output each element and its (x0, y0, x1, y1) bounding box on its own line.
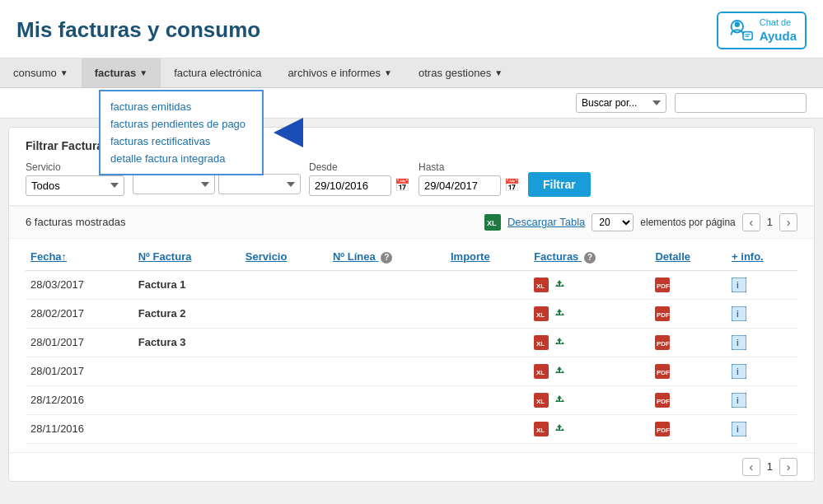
col-factura[interactable]: Nº Factura (133, 244, 241, 271)
cell-fecha: 28/01/2017 (26, 357, 133, 385)
nav-item-factura-electronica[interactable]: factura electrónica (161, 58, 274, 87)
cell-importe (446, 270, 529, 299)
chat-de: Chat de (760, 16, 797, 28)
col-fecha[interactable]: Fecha↑ (26, 244, 133, 271)
svg-text:i: i (736, 367, 739, 376)
cell-fecha: 28/11/2016 (26, 414, 133, 443)
icon-recycle[interactable] (552, 364, 567, 379)
buscar-select[interactable]: Buscar por... (576, 93, 666, 113)
facturas-action-icons: XL (534, 306, 645, 321)
cell-linea (328, 385, 446, 414)
icon-info[interactable]: i (732, 306, 746, 321)
filter-select-2[interactable] (133, 174, 215, 194)
pager-top: ‹ 1 › (742, 213, 797, 231)
servicio-select[interactable]: Todos (26, 175, 124, 196)
main-content: Filtrar Facturas: Servicio Todos Desde (8, 127, 815, 482)
filtrar-button[interactable]: Filtrar (528, 172, 591, 197)
linea-help-icon[interactable]: ? (381, 252, 392, 264)
table-row: 28/01/2017 XL PDF i (26, 357, 797, 385)
icon-excel-red[interactable]: XL (534, 306, 549, 321)
col-detalle[interactable]: Detalle (650, 244, 727, 271)
nav-item-consumo[interactable]: consumo ▼ (0, 58, 82, 87)
icon-recycle[interactable] (552, 422, 567, 436)
nav-bar: consumo ▼ facturas ▼ factura electrónica… (0, 58, 823, 88)
hasta-input-wrap: 29/04/2017 📅 (419, 175, 520, 196)
svg-rect-41 (732, 422, 746, 436)
dropdown-item-rectificativas[interactable]: facturas rectificativas (110, 133, 252, 150)
svg-rect-11 (732, 278, 746, 292)
icon-info[interactable]: i (732, 364, 746, 379)
cell-detalle: PDF (650, 328, 727, 357)
table-wrap: Fecha↑ Nº Factura Servicio Nº Línea ? Im… (9, 244, 814, 452)
cell-linea (328, 270, 446, 299)
icon-info[interactable]: i (732, 393, 746, 408)
icon-pdf[interactable]: PDF (655, 393, 670, 408)
chat-widget[interactable]: Chat de Ayuda (717, 12, 807, 49)
nav-arrow-facturas: ▼ (139, 68, 147, 77)
cell-importe (446, 414, 529, 443)
svg-text:i: i (736, 310, 739, 319)
prev-page-btn-bottom[interactable]: ‹ (742, 458, 760, 476)
icon-recycle[interactable] (552, 335, 567, 350)
nav-item-otras[interactable]: otras gestiones ▼ (405, 58, 516, 87)
cell-detalle: PDF (650, 414, 727, 443)
cell-linea (328, 414, 446, 443)
svg-rect-35 (732, 393, 746, 408)
icon-pdf[interactable]: PDF (655, 335, 670, 350)
icon-excel-red[interactable]: XL (534, 364, 549, 379)
icon-excel-red[interactable]: XL (534, 393, 549, 408)
icon-pdf[interactable]: PDF (655, 422, 670, 436)
icon-pdf[interactable]: PDF (655, 364, 670, 379)
col-servicio[interactable]: Servicio (241, 244, 328, 271)
col-linea[interactable]: Nº Línea ? (328, 244, 446, 271)
page-size-select[interactable]: 20 50 100 (592, 213, 634, 231)
table-row: 28/12/2016 XL PDF i (26, 385, 797, 414)
icon-info[interactable]: i (732, 335, 746, 350)
descargar-link[interactable]: Descargar Tabla (507, 216, 585, 228)
icon-pdf[interactable]: PDF (655, 306, 670, 321)
filter-select-3[interactable] (218, 174, 301, 194)
icon-recycle[interactable] (552, 306, 567, 321)
icon-recycle[interactable] (552, 393, 567, 408)
icon-pdf[interactable]: PDF (655, 278, 670, 292)
dropdown-pointer (274, 118, 303, 147)
dropdown-item-detalle[interactable]: detalle factura integrada (110, 150, 252, 167)
svg-text:PDF: PDF (657, 369, 670, 376)
desde-calendar-icon[interactable]: 📅 (395, 178, 410, 193)
cell-factura: Factura 1 (133, 270, 241, 299)
prev-page-btn[interactable]: ‹ (742, 213, 760, 231)
cell-facturas-icons: XL (529, 270, 650, 299)
icon-excel-red[interactable]: XL (534, 335, 549, 350)
cell-linea (328, 357, 446, 385)
table-header: Fecha↑ Nº Factura Servicio Nº Línea ? Im… (26, 244, 797, 271)
dropdown-item-pendientes[interactable]: facturas pendientes de pago (110, 115, 252, 133)
nav-item-archivos[interactable]: archivos e informes ▼ (274, 58, 405, 87)
cell-servicio (241, 328, 328, 357)
icon-excel-red[interactable]: XL (534, 278, 549, 292)
desde-input[interactable]: 29/10/2016 (309, 175, 391, 196)
facturas-table: Fecha↑ Nº Factura Servicio Nº Línea ? Im… (26, 244, 797, 444)
excel-download-icon[interactable]: XL (484, 214, 501, 231)
facturas-help-icon[interactable]: ? (584, 252, 596, 264)
cell-info: i (727, 328, 797, 357)
icon-excel-red[interactable]: XL (534, 422, 549, 436)
nav-label-facturas: facturas (95, 67, 137, 79)
cell-servicio (241, 357, 328, 385)
facturas-action-icons: XL (534, 393, 645, 408)
svg-text:PDF: PDF (657, 340, 670, 348)
next-page-btn[interactable]: › (779, 213, 797, 231)
search-input[interactable] (675, 93, 807, 113)
icon-info[interactable]: i (732, 422, 746, 436)
col-info[interactable]: + info. (727, 244, 797, 271)
hasta-input[interactable]: 29/04/2017 (419, 175, 501, 196)
icon-info[interactable]: i (732, 278, 746, 292)
nav-item-facturas[interactable]: facturas ▼ (82, 58, 161, 87)
hasta-calendar-icon[interactable]: 📅 (504, 178, 520, 193)
col-importe[interactable]: Importe (446, 244, 529, 271)
cell-facturas-icons: XL (529, 385, 650, 414)
col-facturas[interactable]: Facturas ? (529, 244, 650, 271)
facturas-action-icons: XL (534, 364, 645, 379)
dropdown-item-emitidas[interactable]: facturas emitidas (110, 98, 252, 115)
icon-recycle[interactable] (552, 278, 567, 292)
next-page-btn-bottom[interactable]: › (779, 458, 797, 476)
